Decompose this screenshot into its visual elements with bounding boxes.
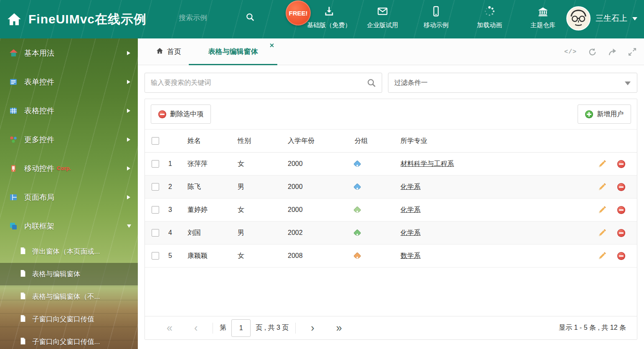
edit-icon[interactable] — [598, 160, 606, 168]
sidebar-subitem-popup-window[interactable]: 弹出窗体（本页面或... — [0, 240, 138, 263]
row-checkbox[interactable] — [152, 183, 159, 191]
table-row[interactable]: 1 张萍萍 女 2000 材料科学与工程系 — [145, 153, 637, 176]
search-icon[interactable] — [246, 13, 255, 23]
tab-label: 首页 — [167, 47, 181, 56]
sidebar-item-more-controls[interactable]: 更多控件 — [0, 125, 138, 154]
edit-icon[interactable] — [598, 229, 606, 237]
sidebar-subitem-grid-edit-window[interactable]: 表格与编辑窗体 — [0, 263, 138, 285]
tab-grid-edit-window[interactable]: 表格与编辑窗体 — [189, 38, 277, 65]
row-checkbox[interactable] — [152, 252, 159, 260]
keyword-search — [145, 73, 382, 93]
row-name: 刘国 — [188, 229, 238, 237]
layout-icon — [9, 193, 18, 202]
row-group-cell — [350, 184, 401, 190]
download-icon — [323, 5, 335, 19]
nav-item-enterprise-trial[interactable]: 企业版试用 — [356, 5, 409, 29]
sidebar-item-grid-controls[interactable]: 表格控件 — [0, 96, 138, 125]
nav-item-theme-store[interactable]: 主题仓库 — [516, 5, 570, 29]
row-major-cell: 化学系 — [401, 206, 586, 214]
table-row[interactable]: 3 董婷婷 女 2000 化学系 — [145, 199, 637, 222]
row-index: 5 — [168, 252, 188, 260]
edit-icon[interactable] — [598, 252, 606, 260]
share-icon[interactable] — [608, 48, 617, 56]
row-checkbox[interactable] — [152, 229, 159, 237]
major-link[interactable]: 化学系 — [401, 206, 421, 214]
user-menu[interactable]: 三生石上 — [566, 6, 637, 31]
row-checkbox-cell — [145, 206, 168, 214]
row-name: 董婷婷 — [188, 206, 238, 214]
last-page-button[interactable]: » — [325, 323, 353, 333]
major-link[interactable]: 化学系 — [401, 183, 421, 191]
avatar[interactable] — [566, 6, 591, 31]
major-link[interactable]: 数学系 — [401, 252, 421, 260]
add-user-button[interactable]: 新增用户 — [578, 104, 631, 124]
sidebar-item-basic-usage[interactable]: 基本用法 — [0, 38, 138, 67]
nav-item-loading-animation[interactable]: 加载动画 — [463, 5, 516, 29]
page-suffix-label: 页 , 共 3 页 — [256, 324, 289, 332]
delete-icon[interactable] — [617, 206, 625, 214]
grid-toolbar: 删除选中项 新增用户 — [145, 99, 637, 129]
search-icon[interactable] — [367, 78, 376, 89]
edit-icon[interactable] — [598, 206, 606, 214]
delete-icon[interactable] — [617, 229, 625, 237]
sidebar-item-mobile-controls[interactable]: 移动控件 Corp. — [0, 154, 138, 183]
divider — [295, 323, 296, 334]
grid-panel: 删除选中项 新增用户 姓名 性别 入学年份 分组 所学专业 1 — [145, 99, 637, 340]
delete-selected-button[interactable]: 删除选中项 — [151, 104, 211, 124]
edit-icon[interactable] — [598, 183, 606, 191]
expand-icon[interactable] — [628, 48, 636, 56]
table-row[interactable]: 2 陈飞 男 2000 化学系 — [145, 176, 637, 199]
home-icon[interactable] — [7, 12, 22, 28]
row-major-cell: 材料科学与工程系 — [401, 160, 586, 168]
shapes-icon — [9, 135, 18, 144]
sidebar: 基本用法 表单控件 表格控件 更多控件 移动控件 Corp. 页面布局 — [0, 38, 138, 349]
row-index: 4 — [168, 229, 188, 237]
row-major-cell: 数学系 — [401, 252, 586, 260]
nav-item-mobile-demo[interactable]: 移动示例 — [409, 5, 463, 29]
tab-corner-tools: </> — [564, 38, 636, 65]
row-year: 2000 — [288, 206, 350, 214]
delete-icon[interactable] — [617, 183, 625, 191]
major-link[interactable]: 化学系 — [401, 229, 421, 237]
row-name: 康颖颖 — [188, 252, 238, 260]
row-checkbox[interactable] — [152, 160, 159, 168]
sidebar-item-inline-frame[interactable]: 内联框架 — [0, 211, 138, 240]
sidebar-item-page-layout[interactable]: 页面布局 — [0, 183, 138, 211]
header-checkbox-cell — [145, 137, 168, 145]
row-year: 2000 — [288, 183, 350, 191]
mobile-icon — [430, 5, 442, 19]
refresh-icon[interactable] — [588, 48, 597, 56]
chevron-right-icon — [127, 138, 130, 142]
table-row[interactable]: 4 刘国 男 2002 化学系 — [145, 222, 637, 245]
delete-icon[interactable] — [617, 160, 625, 168]
delete-icon[interactable] — [617, 252, 625, 260]
sidebar-subitem-child-to-parent-2[interactable]: 子窗口向父窗口传值... — [0, 331, 138, 349]
header-search-input[interactable] — [179, 14, 246, 22]
main-content: 首页 表格与编辑窗体 </> — [138, 38, 644, 349]
table-row[interactable]: 5 康颖颖 女 2008 数学系 — [145, 245, 637, 267]
major-link[interactable]: 材料科学与工程系 — [401, 160, 454, 168]
keyword-search-input[interactable] — [145, 79, 382, 87]
spinner-icon — [484, 5, 495, 19]
row-checkbox[interactable] — [152, 206, 159, 214]
next-page-button[interactable]: › — [300, 323, 325, 333]
house-icon — [9, 48, 18, 58]
close-icon[interactable] — [269, 43, 274, 48]
select-all-checkbox[interactable] — [152, 137, 159, 145]
nav-item-basic-edition[interactable]: 基础版（免费） — [302, 5, 356, 29]
sidebar-subitem-grid-edit-window-2[interactable]: 表格与编辑窗体（不... — [0, 285, 138, 308]
code-icon[interactable]: </> — [564, 48, 577, 56]
sidebar-item-form-controls[interactable]: 表单控件 — [0, 67, 138, 96]
file-icon — [19, 292, 27, 301]
nav-item-label: 移动示例 — [423, 21, 449, 29]
pagination-bar: « ‹ 第 页 , 共 3 页 › » 显示 1 - 5 条 , 共 12 条 — [145, 316, 637, 339]
page-number-input[interactable] — [231, 319, 251, 337]
sidebar-item-label: 表格控件 — [24, 106, 54, 116]
tab-home[interactable]: 首页 — [149, 38, 189, 65]
tag-icon — [353, 160, 361, 168]
first-page-button[interactable]: « — [156, 323, 183, 333]
sidebar-subitem-child-to-parent[interactable]: 子窗口向父窗口传值 — [0, 308, 138, 331]
filter-dropdown[interactable]: 过滤条件一 — [388, 73, 637, 93]
row-actions — [586, 206, 637, 214]
prev-page-button[interactable]: ‹ — [183, 323, 208, 333]
